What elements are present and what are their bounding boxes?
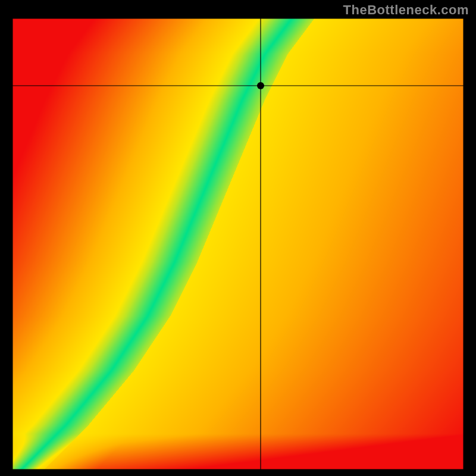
heatmap-canvas bbox=[12, 18, 464, 470]
chart-container: TheBottleneck.com bbox=[0, 0, 476, 476]
watermark-label: TheBottleneck.com bbox=[343, 2, 469, 18]
heatmap-plot bbox=[12, 18, 464, 470]
